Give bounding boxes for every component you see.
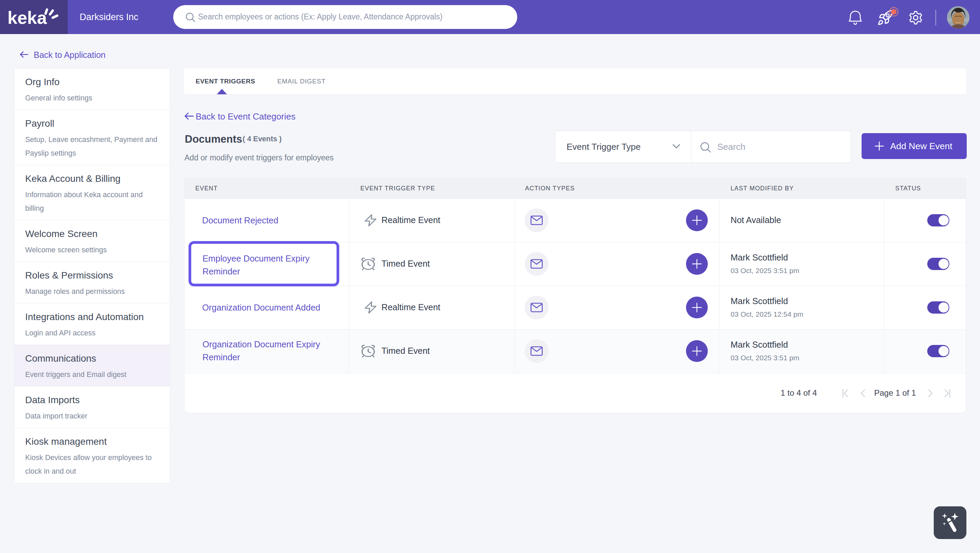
svg-text:keka: keka (8, 8, 47, 27)
